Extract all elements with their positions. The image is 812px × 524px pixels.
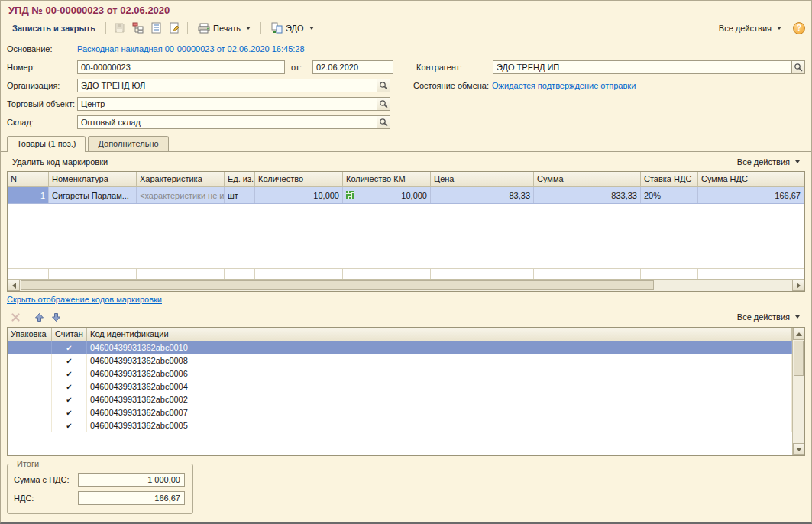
- kontragent-input[interactable]: ЭДО ТРЕНД ИП: [493, 60, 805, 74]
- cell-pack[interactable]: [8, 354, 52, 367]
- scroll-track[interactable]: [793, 377, 804, 443]
- hide-marking-codes-link[interactable]: Скрыть отображение кодов маркировки: [7, 295, 162, 304]
- torgovy-obekt-value: Центр: [81, 99, 377, 108]
- marking-row[interactable]: ✔ 04600439931362abc0008: [8, 354, 792, 367]
- cell-vat-rate[interactable]: 20%: [641, 187, 698, 203]
- organizaciya-choice-button[interactable]: [377, 79, 390, 92]
- column-header-unit: Ед. из...: [225, 172, 255, 187]
- scroll-thumb[interactable]: [21, 280, 654, 290]
- help-button[interactable]: ?: [793, 22, 805, 34]
- cell-qty-km-value: 10,000: [401, 191, 427, 200]
- arrow-down-icon: [796, 448, 802, 451]
- column-header-qty: Количество: [255, 172, 343, 187]
- delete-marking-code-button[interactable]: Удалить код маркировки: [7, 155, 113, 169]
- cell-scanned[interactable]: ✔: [52, 393, 87, 406]
- cell-code[interactable]: 04600439931362abc0004: [87, 380, 792, 393]
- all-actions-button-marking[interactable]: Все действия: [732, 310, 805, 324]
- cell-code[interactable]: 04600439931362abc0007: [87, 406, 792, 419]
- cell-qty-km[interactable]: 10,000: [343, 187, 431, 203]
- edo-icon: [271, 22, 283, 34]
- all-actions-button-goods[interactable]: Все действия: [732, 155, 805, 169]
- save-button[interactable]: [111, 20, 128, 36]
- cell-code[interactable]: 04600439931362abc0010: [87, 341, 792, 354]
- cell-scanned[interactable]: ✔: [52, 380, 87, 393]
- date-label: от:: [291, 63, 306, 72]
- cell-code[interactable]: 04600439931362abc0006: [87, 367, 792, 380]
- cell-pack[interactable]: [8, 419, 52, 432]
- cell-pack[interactable]: [8, 341, 52, 354]
- cell-code[interactable]: 04600439931362abc0005: [87, 419, 792, 432]
- subordination-structure-button[interactable]: [129, 20, 146, 36]
- scroll-track[interactable]: [20, 280, 792, 291]
- osnovanie-row: Основание: Расходная накладная 00-000000…: [7, 40, 805, 58]
- move-down-button[interactable]: [47, 309, 64, 325]
- marking-table-empty-area[interactable]: [8, 432, 792, 455]
- goods-horizontal-scrollbar[interactable]: [8, 279, 804, 291]
- marking-row[interactable]: ✔ 04600439931362abc0004: [8, 380, 792, 393]
- all-actions-label: Все действия: [719, 24, 772, 33]
- cell-vat-sum[interactable]: 166,67: [698, 187, 804, 203]
- cell-pack[interactable]: [8, 367, 52, 380]
- move-up-button[interactable]: [31, 309, 47, 325]
- cell-scanned[interactable]: ✔: [52, 354, 87, 367]
- marking-codes-table-main: Упаковка Считан Код идентификации ✔ 0460…: [8, 328, 792, 455]
- sklad-row: Склад: Оптовый склад: [7, 113, 805, 131]
- exchange-state-value[interactable]: Ожидается подтверждение отправки: [492, 81, 636, 90]
- all-actions-button-main[interactable]: Все действия: [713, 21, 787, 35]
- print-button[interactable]: Печать: [192, 21, 256, 36]
- chevron-down-icon: [777, 27, 781, 30]
- osnovanie-link[interactable]: Расходная накладная 00-00000023 от 02.06…: [77, 44, 305, 53]
- scroll-down-button[interactable]: [793, 443, 804, 455]
- scroll-up-button[interactable]: [793, 328, 804, 340]
- cell-nomenclature[interactable]: Сигареты Парлам...: [49, 187, 137, 203]
- tab-goods[interactable]: Товары (1 поз.): [7, 136, 86, 152]
- empty-cell: [255, 269, 343, 279]
- kontragent-choice-button[interactable]: [791, 61, 804, 73]
- chevron-down-icon: [795, 160, 800, 163]
- goods-table-empty-area[interactable]: [8, 204, 804, 268]
- cell-scanned[interactable]: ✔: [52, 367, 87, 380]
- scroll-thumb[interactable]: [794, 341, 804, 376]
- marking-vertical-scrollbar[interactable]: [792, 328, 804, 455]
- scroll-right-button[interactable]: [792, 280, 804, 291]
- save-icon: [114, 22, 125, 34]
- cell-code[interactable]: 04600439931362abc0002: [87, 393, 792, 406]
- cell-unit[interactable]: шт: [225, 187, 255, 203]
- marking-row[interactable]: ✔ 04600439931362abc0005: [8, 419, 792, 432]
- document-list-button[interactable]: [147, 20, 164, 36]
- marking-row[interactable]: ✔ 04600439931362abc0002: [8, 393, 792, 406]
- edo-button[interactable]: ЭДО: [266, 20, 319, 36]
- kontragent-value: ЭДО ТРЕНД ИП: [497, 63, 791, 72]
- cell-scanned[interactable]: ✔: [52, 341, 87, 354]
- organizaciya-input[interactable]: ЭДО ТРЕНД ЮЛ: [77, 79, 390, 92]
- marking-row[interactable]: ✔ 04600439931362abc0007: [8, 406, 792, 419]
- cell-pack[interactable]: [8, 393, 52, 406]
- save-and-close-button[interactable]: Записать и закрыть: [7, 21, 101, 35]
- cell-characteristic[interactable]: <характеристики не и...: [137, 187, 225, 203]
- tab-additional[interactable]: Дополнительно: [88, 136, 168, 151]
- sklad-choice-button[interactable]: [377, 116, 390, 128]
- marking-row[interactable]: ✔ 04600439931362abc0010: [8, 341, 792, 354]
- cell-pack[interactable]: [8, 406, 52, 419]
- nomer-input[interactable]: 00-00000023: [77, 60, 285, 74]
- torgovy-obekt-choice-button[interactable]: [377, 98, 390, 110]
- empty-cell: [137, 269, 225, 279]
- cell-sum[interactable]: 833,33: [534, 187, 641, 203]
- torgovy-obekt-input[interactable]: Центр: [77, 97, 390, 111]
- document-edit-button[interactable]: [166, 20, 183, 36]
- sklad-input[interactable]: Оптовый склад: [77, 115, 390, 129]
- vat-field[interactable]: 166,67: [78, 491, 185, 505]
- cell-pack[interactable]: [8, 380, 52, 393]
- cell-scanned[interactable]: ✔: [52, 406, 87, 419]
- goods-table-row[interactable]: 1 Сигареты Парлам... <характеристики не …: [8, 187, 804, 204]
- delete-code-button[interactable]: [7, 309, 24, 325]
- cell-qty[interactable]: 10,000: [255, 187, 343, 203]
- cell-code[interactable]: 04600439931362abc0008: [87, 354, 792, 367]
- cell-n[interactable]: 1: [8, 187, 49, 203]
- cell-price[interactable]: 83,33: [431, 187, 534, 203]
- marking-row[interactable]: ✔ 04600439931362abc0006: [8, 367, 792, 380]
- cell-scanned[interactable]: ✔: [52, 419, 87, 432]
- scroll-left-button[interactable]: [8, 280, 20, 291]
- date-input[interactable]: 02.06.2020: [312, 60, 393, 74]
- sum-with-vat-field[interactable]: 1 000,00: [78, 473, 185, 487]
